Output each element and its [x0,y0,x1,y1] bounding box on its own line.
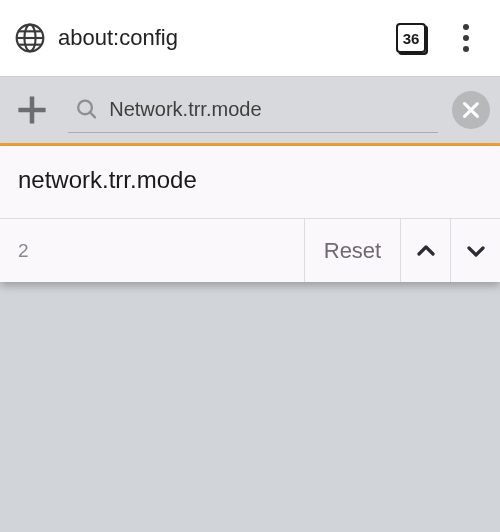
increment-button[interactable] [400,219,450,282]
globe-icon [14,22,46,54]
chevron-up-icon [414,239,438,263]
config-toolbar [0,76,500,146]
plus-icon [15,93,49,127]
pref-value-row: 2 Reset [0,218,500,282]
clear-search-button[interactable] [452,91,490,129]
menu-dots-icon [463,24,469,30]
pref-value[interactable]: 2 [0,219,304,282]
pref-result-card: network.trr.mode 2 Reset [0,146,500,282]
tab-count-button[interactable]: 36 [396,23,426,53]
search-icon [74,95,99,123]
address-bar-url[interactable]: about:config [58,25,384,51]
menu-button[interactable] [446,24,486,52]
add-pref-button[interactable] [10,88,54,132]
chevron-down-icon [464,239,488,263]
close-icon [460,99,482,121]
search-field-wrap [68,87,438,133]
search-input[interactable] [109,98,430,121]
decrement-button[interactable] [450,219,500,282]
browser-chrome-bar: about:config 36 [0,0,500,76]
reset-button[interactable]: Reset [304,219,400,282]
pref-name[interactable]: network.trr.mode [0,146,500,218]
